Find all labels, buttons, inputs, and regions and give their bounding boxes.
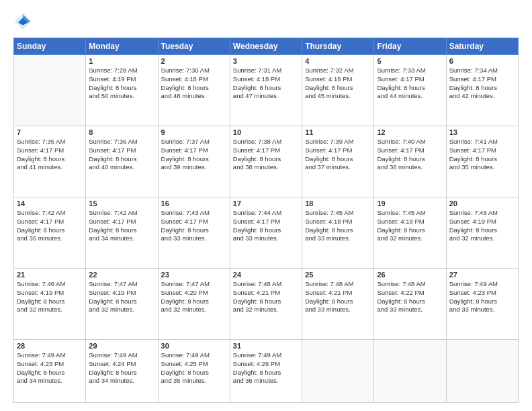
calendar-week-0: 1Sunrise: 7:28 AM Sunset: 4:19 PM Daylig…: [14, 55, 519, 126]
calendar-cell: 14Sunrise: 7:42 AM Sunset: 4:17 PM Dayli…: [14, 197, 86, 269]
calendar-cell: 26Sunrise: 7:48 AM Sunset: 4:22 PM Dayli…: [374, 269, 446, 340]
cell-info: Sunrise: 7:43 AM Sunset: 4:17 PM Dayligh…: [161, 209, 227, 243]
day-number: 16: [161, 199, 227, 208]
cell-info: Sunrise: 7:36 AM Sunset: 4:17 PM Dayligh…: [89, 138, 154, 172]
col-header-tuesday: Tuesday: [158, 38, 230, 55]
calendar-cell: 27Sunrise: 7:49 AM Sunset: 4:23 PM Dayli…: [446, 269, 518, 340]
cell-info: Sunrise: 7:46 AM Sunset: 4:19 PM Dayligh…: [449, 209, 515, 243]
day-number: 23: [161, 271, 227, 279]
day-number: 31: [233, 342, 299, 350]
col-header-saturday: Saturday: [446, 38, 518, 55]
cell-info: Sunrise: 7:44 AM Sunset: 4:17 PM Dayligh…: [233, 209, 299, 243]
cell-info: Sunrise: 7:39 AM Sunset: 4:17 PM Dayligh…: [305, 138, 371, 172]
calendar-cell: 7Sunrise: 7:35 AM Sunset: 4:17 PM Daylig…: [14, 126, 86, 197]
calendar-week-4: 28Sunrise: 7:49 AM Sunset: 4:23 PM Dayli…: [14, 340, 519, 403]
calendar-cell: 30Sunrise: 7:49 AM Sunset: 4:25 PM Dayli…: [158, 340, 230, 403]
page: SundayMondayTuesdayWednesdayThursdayFrid…: [0, 0, 532, 411]
calendar-week-2: 14Sunrise: 7:42 AM Sunset: 4:17 PM Dayli…: [14, 197, 519, 269]
calendar-cell: 25Sunrise: 7:48 AM Sunset: 4:21 PM Dayli…: [302, 269, 374, 340]
header: [13, 12, 519, 31]
cell-info: Sunrise: 7:28 AM Sunset: 4:19 PM Dayligh…: [89, 66, 154, 101]
cell-info: Sunrise: 7:31 AM Sunset: 4:18 PM Dayligh…: [233, 66, 299, 101]
logo: [13, 12, 34, 31]
calendar-cell: 9Sunrise: 7:37 AM Sunset: 4:17 PM Daylig…: [158, 126, 230, 197]
calendar-cell: 15Sunrise: 7:42 AM Sunset: 4:17 PM Dayli…: [86, 197, 158, 269]
calendar-cell: 18Sunrise: 7:45 AM Sunset: 4:18 PM Dayli…: [302, 197, 374, 269]
col-header-thursday: Thursday: [302, 38, 374, 55]
cell-info: Sunrise: 7:45 AM Sunset: 4:18 PM Dayligh…: [305, 209, 371, 243]
calendar-cell: 6Sunrise: 7:34 AM Sunset: 4:17 PM Daylig…: [446, 55, 518, 126]
cell-info: Sunrise: 7:42 AM Sunset: 4:17 PM Dayligh…: [89, 209, 154, 243]
day-number: 25: [305, 271, 371, 279]
cell-info: Sunrise: 7:35 AM Sunset: 4:17 PM Dayligh…: [17, 138, 83, 172]
cell-info: Sunrise: 7:49 AM Sunset: 4:25 PM Dayligh…: [161, 351, 227, 385]
day-number: 30: [161, 342, 227, 350]
calendar-cell: 29Sunrise: 7:49 AM Sunset: 4:24 PM Dayli…: [86, 340, 158, 403]
cell-info: Sunrise: 7:34 AM Sunset: 4:17 PM Dayligh…: [449, 66, 515, 101]
day-number: 29: [89, 342, 154, 350]
day-number: 5: [377, 57, 443, 65]
day-number: 10: [233, 128, 299, 136]
cell-info: Sunrise: 7:41 AM Sunset: 4:17 PM Dayligh…: [449, 138, 515, 172]
calendar-table: SundayMondayTuesdayWednesdayThursdayFrid…: [13, 38, 519, 403]
calendar-cell: 1Sunrise: 7:28 AM Sunset: 4:19 PM Daylig…: [86, 55, 158, 126]
calendar-cell: 17Sunrise: 7:44 AM Sunset: 4:17 PM Dayli…: [230, 197, 302, 269]
calendar-cell: [446, 340, 518, 403]
day-number: 19: [377, 199, 443, 208]
cell-info: Sunrise: 7:45 AM Sunset: 4:18 PM Dayligh…: [377, 209, 443, 243]
day-number: 7: [17, 128, 83, 136]
cell-info: Sunrise: 7:48 AM Sunset: 4:21 PM Dayligh…: [305, 280, 371, 314]
cell-info: Sunrise: 7:37 AM Sunset: 4:17 PM Dayligh…: [161, 138, 227, 172]
day-number: 28: [17, 342, 83, 350]
cell-info: Sunrise: 7:49 AM Sunset: 4:23 PM Dayligh…: [449, 280, 515, 314]
day-number: 2: [161, 57, 227, 65]
cell-info: Sunrise: 7:49 AM Sunset: 4:23 PM Dayligh…: [17, 351, 83, 385]
day-number: 8: [89, 128, 154, 136]
calendar-cell: 16Sunrise: 7:43 AM Sunset: 4:17 PM Dayli…: [158, 197, 230, 269]
cell-info: Sunrise: 7:48 AM Sunset: 4:21 PM Dayligh…: [233, 280, 299, 314]
calendar-cell: [14, 55, 86, 126]
day-number: 18: [305, 199, 371, 208]
calendar-cell: 19Sunrise: 7:45 AM Sunset: 4:18 PM Dayli…: [374, 197, 446, 269]
calendar-cell: 2Sunrise: 7:30 AM Sunset: 4:18 PM Daylig…: [158, 55, 230, 126]
day-number: 6: [449, 57, 515, 65]
calendar-cell: 4Sunrise: 7:32 AM Sunset: 4:18 PM Daylig…: [302, 55, 374, 126]
calendar-cell: 28Sunrise: 7:49 AM Sunset: 4:23 PM Dayli…: [14, 340, 86, 403]
col-header-sunday: Sunday: [14, 38, 86, 55]
day-number: 20: [449, 199, 515, 208]
calendar-cell: 22Sunrise: 7:47 AM Sunset: 4:19 PM Dayli…: [86, 269, 158, 340]
day-number: 17: [233, 199, 299, 208]
calendar-cell: 31Sunrise: 7:49 AM Sunset: 4:26 PM Dayli…: [230, 340, 302, 403]
day-number: 24: [233, 271, 299, 279]
day-number: 4: [305, 57, 371, 65]
day-number: 22: [89, 271, 154, 279]
calendar-cell: [374, 340, 446, 403]
day-number: 1: [89, 57, 154, 65]
cell-info: Sunrise: 7:30 AM Sunset: 4:18 PM Dayligh…: [161, 66, 227, 101]
cell-info: Sunrise: 7:47 AM Sunset: 4:19 PM Dayligh…: [89, 280, 154, 314]
calendar-cell: 8Sunrise: 7:36 AM Sunset: 4:17 PM Daylig…: [86, 126, 158, 197]
day-number: 3: [233, 57, 299, 65]
logo-icon: [13, 12, 32, 31]
calendar-header-row: SundayMondayTuesdayWednesdayThursdayFrid…: [14, 38, 519, 55]
calendar-cell: 5Sunrise: 7:33 AM Sunset: 4:17 PM Daylig…: [374, 55, 446, 126]
cell-info: Sunrise: 7:33 AM Sunset: 4:17 PM Dayligh…: [377, 66, 443, 101]
day-number: 11: [305, 128, 371, 136]
day-number: 12: [377, 128, 443, 136]
col-header-wednesday: Wednesday: [230, 38, 302, 55]
cell-info: Sunrise: 7:42 AM Sunset: 4:17 PM Dayligh…: [17, 209, 83, 243]
day-number: 26: [377, 271, 443, 279]
day-number: 21: [17, 271, 83, 279]
day-number: 9: [161, 128, 227, 136]
cell-info: Sunrise: 7:38 AM Sunset: 4:17 PM Dayligh…: [233, 138, 299, 172]
cell-info: Sunrise: 7:47 AM Sunset: 4:20 PM Dayligh…: [161, 280, 227, 314]
calendar-cell: 24Sunrise: 7:48 AM Sunset: 4:21 PM Dayli…: [230, 269, 302, 340]
calendar-cell: 20Sunrise: 7:46 AM Sunset: 4:19 PM Dayli…: [446, 197, 518, 269]
calendar-cell: 21Sunrise: 7:46 AM Sunset: 4:19 PM Dayli…: [14, 269, 86, 340]
day-number: 13: [449, 128, 515, 136]
cell-info: Sunrise: 7:48 AM Sunset: 4:22 PM Dayligh…: [377, 280, 443, 314]
cell-info: Sunrise: 7:32 AM Sunset: 4:18 PM Dayligh…: [305, 66, 371, 101]
calendar-week-1: 7Sunrise: 7:35 AM Sunset: 4:17 PM Daylig…: [14, 126, 519, 197]
calendar-cell: 11Sunrise: 7:39 AM Sunset: 4:17 PM Dayli…: [302, 126, 374, 197]
calendar-cell: 12Sunrise: 7:40 AM Sunset: 4:17 PM Dayli…: [374, 126, 446, 197]
